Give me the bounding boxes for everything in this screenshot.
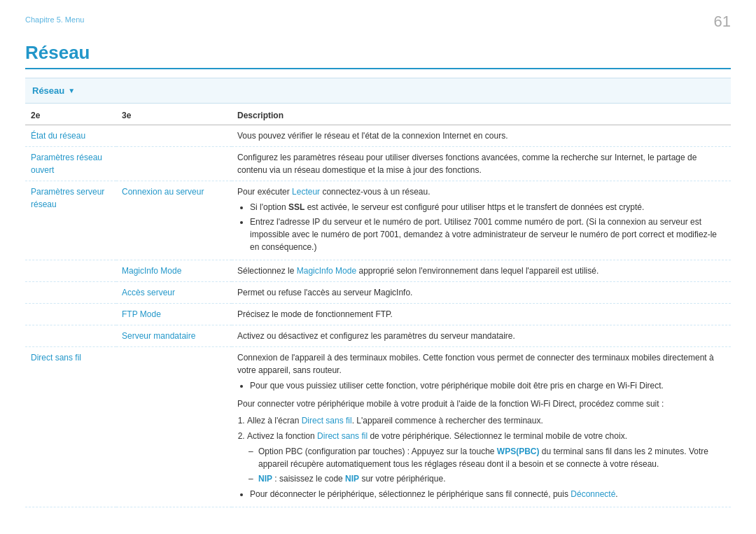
- link-nip-1: NIP: [258, 474, 272, 484]
- link-nip-2: NIP: [345, 474, 359, 484]
- list-item: Pour déconnecter le périphérique, sélect…: [250, 488, 725, 500]
- table-row: Direct sans fil Connexion de l'appareil …: [25, 347, 731, 507]
- row1-col1: État du réseau: [25, 125, 116, 147]
- row7-col3: Activez ou désactivez et configurez les …: [232, 325, 731, 347]
- row3-col2: Connexion au serveur: [116, 181, 232, 260]
- page-title: Réseau: [25, 42, 731, 69]
- row1-col2: [116, 125, 232, 147]
- row3-link-lecteur: Lecteur: [292, 187, 320, 197]
- content-table: 2e 3e Description État du réseau Vous po…: [25, 106, 731, 507]
- row4-text2: approprié selon l'environnement dans leq…: [356, 266, 598, 276]
- section-header: Réseau ▼: [25, 78, 731, 104]
- table-header-row: 2e 3e Description: [25, 106, 731, 125]
- section-header-arrow: ▼: [68, 87, 75, 94]
- row1-col3: Vous pouvez vérifier le réseau et l'état…: [232, 125, 731, 147]
- list-item: Entrez l'adresse IP du serveur et le num…: [250, 216, 725, 253]
- col2-header: 3e: [116, 106, 232, 125]
- table-row: Accès serveur Permet ou refuse l'accès a…: [25, 282, 731, 304]
- row8-sub-list: Option PBC (configuration par touches) :…: [248, 445, 725, 485]
- row8-numbered-list: Allez à l'écran Direct sans fil. L'appar…: [247, 414, 725, 442]
- table-row: État du réseau Vous pouvez vérifier le r…: [25, 125, 731, 147]
- row2-col3: Configurez les paramètres réseau pour ut…: [232, 147, 731, 181]
- table-row: Serveur mandataire Activez ou désactivez…: [25, 325, 731, 347]
- row3-col3: Pour exécuter Lecteur connectez-vous à u…: [232, 181, 731, 260]
- row5-col2: Accès serveur: [116, 282, 232, 304]
- row7-col2: Serveur mandataire: [116, 325, 232, 347]
- list-item: Allez à l'écran Direct sans fil. L'appar…: [247, 414, 725, 427]
- row8-col3: Connexion de l'appareil à des terminaux …: [232, 347, 731, 507]
- row8-col1: Direct sans fil: [25, 347, 116, 507]
- row4-col1: [25, 260, 116, 282]
- row3-text1: Pour exécuter: [237, 187, 292, 197]
- list-item: Si l'option SSL est activée, le serveur …: [250, 201, 725, 213]
- chapter-label: Chapitre 5. Menu: [25, 15, 84, 24]
- row6-col3: Précisez le mode de fonctionnement FTP.: [232, 304, 731, 325]
- row6-col1: [25, 304, 116, 325]
- row4-col2: MagicInfo Mode: [116, 260, 232, 282]
- table-row: Paramètres serveur réseau Connexion au s…: [25, 181, 731, 260]
- section-header-title: Réseau: [32, 85, 64, 96]
- list-item: Activez la fonction Direct sans fil de v…: [247, 430, 725, 442]
- table-row: FTP Mode Précisez le mode de fonctionnem…: [25, 304, 731, 325]
- row3-col1: Paramètres serveur réseau: [25, 181, 116, 260]
- row8-para2: Pour connecter votre périphérique mobile…: [237, 398, 725, 410]
- row5-col3: Permet ou refuse l'accès au serveur Magi…: [232, 282, 731, 304]
- link-direct-fil-1: Direct sans fil: [302, 416, 352, 426]
- ssl-bold: SSL: [288, 202, 304, 212]
- row3-bullet-list: Si l'option SSL est activée, le serveur …: [250, 201, 725, 253]
- link-deconnecte: Déconnecté: [570, 489, 615, 499]
- table-row: MagicInfo Mode Sélectionnez le MagicInfo…: [25, 260, 731, 282]
- link-wps-pbc: WPS(PBC): [497, 447, 540, 456]
- link-direct-fil-2: Direct sans fil: [317, 431, 368, 441]
- table-row: Paramètres réseau ouvert Configurez les …: [25, 147, 731, 181]
- row6-col2: FTP Mode: [116, 304, 232, 325]
- list-item: Option PBC (configuration par touches) :…: [248, 445, 725, 470]
- row7-col1: [25, 325, 116, 347]
- list-item: NIP : saisissez le code NIP sur votre pé…: [248, 472, 725, 485]
- row8-final-bullet: Pour déconnecter le périphérique, sélect…: [250, 488, 725, 500]
- row8-bullet-list: Pour que vous puissiez utiliser cette fo…: [250, 379, 725, 392]
- row4-text1: Sélectionnez le: [237, 266, 297, 276]
- row4-link-magicinfo: MagicInfo Mode: [297, 266, 356, 276]
- col1-header: 2e: [25, 106, 116, 125]
- row8-main-text: Connexion de l'appareil à des terminaux …: [237, 353, 714, 375]
- row2-col2: [116, 147, 232, 181]
- col3-header: Description: [232, 106, 731, 125]
- row5-col1: [25, 282, 116, 304]
- row8-col2: [116, 347, 232, 507]
- row3-text2: connectez-vous à un réseau.: [320, 187, 430, 197]
- list-item: Pour que vous puissiez utiliser cette fo…: [250, 379, 725, 392]
- row4-col3: Sélectionnez le MagicInfo Mode approprié…: [232, 260, 731, 282]
- row2-col1: Paramètres réseau ouvert: [25, 147, 116, 181]
- page-number: 61: [714, 13, 731, 31]
